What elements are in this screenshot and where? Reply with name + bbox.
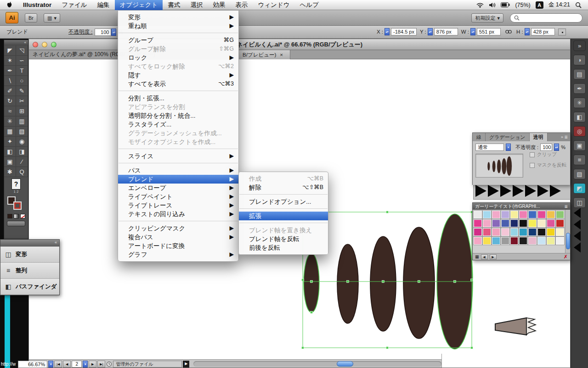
color-panel-icon[interactable]: ◑ [573,55,586,65]
collapse-tools-icon[interactable]: « [4,40,28,46]
menu-item[interactable]: スライス▶ [118,152,238,161]
color-swatch[interactable] [547,237,555,245]
menu-item[interactable]: すべてを表示⌥⌘3 [118,80,238,88]
menubar-item[interactable]: 効果 [208,0,230,10]
bridge-button[interactable]: Br [25,13,37,23]
search-input[interactable] [522,15,572,21]
swatch-panel-titlebar[interactable]: ガーリーテイスト(作GRAPHI... ≣ [473,203,570,210]
menu-item[interactable]: ラスタライズ... [118,120,238,129]
field-value[interactable]: 428 px [531,28,555,35]
live-paint-selection-tool[interactable]: ◨ [16,147,28,157]
color-swatch[interactable] [501,219,509,227]
menu-item[interactable]: テキストの回り込み▶ [118,210,238,218]
direct-selection-tool[interactable]: ◹ [16,46,28,56]
color-swatch[interactable] [510,211,519,218]
next-page-button[interactable]: ▶ [89,361,96,368]
color-swatch[interactable] [519,228,527,236]
apple-menu-icon[interactable] [0,1,18,8]
spotlight-icon[interactable] [575,2,582,8]
color-swatch[interactable] [547,228,555,236]
stroke-color-swatch[interactable] [13,201,22,210]
color-swatch[interactable] [483,219,491,227]
field-value[interactable]: 551 px [477,28,501,35]
graph-tool[interactable]: ▥ [16,116,28,126]
color-swatch[interactable] [501,211,509,218]
field-stepper[interactable]: ▴▾ [525,28,530,35]
live-paint-bucket-tool[interactable]: ◧ [4,147,16,157]
window-titlebar[interactable]: ネイビルくん.ai* @ 66.67% (RGB/プレビュー) [29,39,570,50]
workspace-switcher[interactable]: 初期設定 ▾ [471,13,503,23]
menu-item[interactable]: ブレンド▶ [118,175,238,184]
menu-item[interactable]: ブレンド軸を反転 [239,235,328,243]
dock-collapse-icon[interactable]: » [573,40,586,51]
color-swatch[interactable] [537,211,546,218]
color-swatch[interactable] [556,219,564,227]
menubar-item[interactable]: 表示 [230,0,253,10]
paintbrush-tool[interactable]: ✐ [4,86,16,96]
field-value[interactable]: 876 px [434,28,458,35]
gradient-button[interactable] [14,214,19,218]
menu-bar-clock[interactable]: 金 14:21 [548,1,570,9]
menubar-item[interactable]: 選択 [185,0,208,10]
menubar-item[interactable]: 編集 [92,0,115,10]
symbol-sprayer-tool[interactable]: ✳ [4,116,16,126]
arrange-documents-button[interactable]: ▥ ▾ [44,13,60,23]
panel-tab-row[interactable]: ◫変形 [0,247,59,263]
menu-item[interactable]: 重ね順▶ [118,22,238,30]
menu-item[interactable]: 拡張 [239,212,328,220]
volume-icon[interactable] [489,2,496,8]
color-swatch[interactable] [528,228,537,236]
warp-tool[interactable]: ≈ [4,106,16,116]
color-swatch[interactable] [519,219,527,227]
menu-item[interactable]: 複合パス▶ [118,233,238,242]
color-swatch[interactable] [501,237,509,245]
zoom-dropdown-icon[interactable]: ▾ [48,361,53,368]
prev-library-button[interactable]: ◀ [481,254,488,259]
menu-item[interactable]: クリッピングマスク▶ [118,224,238,233]
menu-item[interactable]: 解除⌥⇧⌘B [239,183,328,192]
ellipse-tool[interactable]: ○ [16,76,28,86]
panel-tab[interactable]: 線 [473,133,486,141]
lasso-tool[interactable]: ∽ [16,56,28,66]
artwork-ellipse[interactable] [502,158,506,174]
panel-menu-icon[interactable]: ≣ [564,204,568,209]
file-status-field[interactable]: 管理外のファイル [113,361,182,368]
color-swatch[interactable] [492,219,500,227]
symbols-panel-icon[interactable]: ✳ [573,98,586,108]
menu-item[interactable]: ブレンドオプション... [239,197,328,206]
color-swatch[interactable] [474,219,482,227]
layers-panel-icon[interactable]: ◧ [573,112,586,122]
slice-tool[interactable]: ∕ [16,157,28,167]
artwork-ellipse[interactable] [497,160,501,173]
swatch-scrollbar-thumb[interactable] [566,233,570,249]
menubar-item[interactable]: 書式 [163,0,185,10]
gradient-tool[interactable]: ▧ [16,126,28,137]
clip-checkbox[interactable] [530,152,535,157]
menubar-item[interactable]: ヘルプ [295,0,324,10]
opacity-link[interactable]: 不透明度 : [68,29,92,35]
type-tool[interactable]: T [16,66,28,76]
field-stepper[interactable]: ▴▾ [384,28,390,35]
link-dimensions-icon[interactable] [505,29,512,34]
menu-item[interactable]: パス▶ [118,166,238,175]
color-swatch[interactable] [537,228,546,236]
status-next-icon[interactable]: ▶ [183,361,189,368]
mesh-tool[interactable]: ▦ [4,126,16,137]
menu-item[interactable]: 変形▶ [118,13,238,22]
color-swatch[interactable] [510,228,519,236]
color-swatch[interactable] [483,211,491,218]
color-swatch[interactable] [528,219,537,227]
page-dropdown-icon[interactable]: ▾ [83,361,88,368]
color-swatch[interactable] [474,228,482,236]
color-swatch[interactable] [510,219,519,227]
scrollbar-thumb[interactable] [337,361,353,367]
battery-icon[interactable] [501,2,510,7]
brush-stroke[interactable] [537,185,548,197]
color-swatch[interactable] [547,211,555,218]
blend-tool[interactable]: ◉ [16,137,28,147]
artwork-ellipse[interactable] [507,156,512,176]
color-button[interactable] [7,214,12,218]
color-swatch[interactable] [556,228,564,236]
artwork-ellipse[interactable] [492,161,496,172]
panel-collapse-icon[interactable]: « [0,240,59,247]
